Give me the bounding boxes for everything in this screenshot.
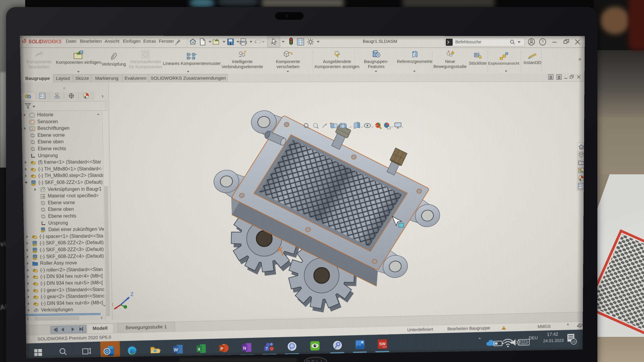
- svg-text:SW: SW: [379, 342, 386, 346]
- svg-text:W: W: [174, 347, 178, 352]
- svg-text:20: 20: [572, 340, 576, 344]
- svg-text:O: O: [105, 349, 109, 354]
- svg-text:T: T: [266, 347, 268, 351]
- svg-text:X: X: [198, 347, 200, 352]
- svg-text:2020: 2020: [382, 346, 387, 348]
- svg-text:N: N: [243, 346, 246, 351]
- svg-text:P: P: [220, 346, 224, 351]
